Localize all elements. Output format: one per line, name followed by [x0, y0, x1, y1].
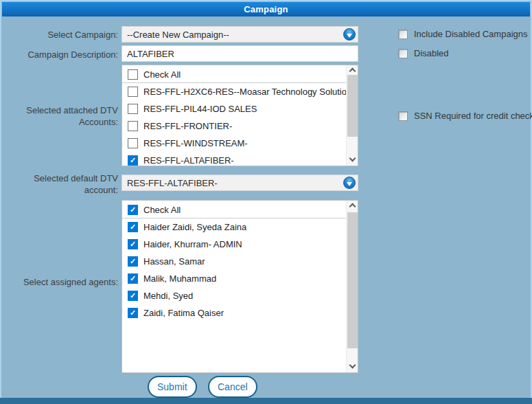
list-item-label: Hassan, Samar	[143, 256, 205, 267]
unchecked-checkbox[interactable]	[128, 104, 138, 114]
dtv-accounts-label: Selected attached DTV Accounts:	[1, 104, 118, 128]
assigned-agents-listbox[interactable]: ✓Check All✓Haider Zaidi, Syeda Zaina✓Hai…	[122, 200, 358, 373]
checked-checkbox[interactable]: ✓	[128, 291, 138, 301]
list-item[interactable]: Check All	[122, 66, 346, 83]
chevron-down-icon[interactable]	[343, 177, 356, 189]
include-disabled-campaigns-option[interactable]: Include Disabled Campaigns	[398, 29, 527, 39]
disabled-checkbox[interactable]	[398, 49, 408, 58]
list-item[interactable]: ✓Check All	[122, 201, 346, 218]
disabled-label: Disabled	[414, 48, 449, 58]
checked-checkbox[interactable]: ✓	[128, 308, 138, 318]
list-item[interactable]: RES-FFL-H2XC6-RES--Moasar Technology Sol…	[122, 83, 346, 100]
unchecked-checkbox[interactable]	[128, 69, 138, 80]
select-campaign-dropdown[interactable]: --Create New Campaign--	[122, 26, 358, 43]
campaign-description-label: Campaign Description:	[1, 49, 118, 60]
list-item-label: RES-FFL-FRONTIER-	[143, 121, 232, 131]
title-bar: Campaign	[2, 2, 530, 16]
list-item-label: RES-FFL-PIL44-IOD SALES	[143, 104, 257, 114]
select-campaign-value: --Create New Campaign--	[122, 30, 343, 40]
list-item[interactable]: ✓Haider, Khurram- ADMIN	[122, 236, 346, 253]
dtv-accounts-listbox[interactable]: Check AllRES-FFL-H2XC6-RES--Moasar Techn…	[122, 65, 358, 166]
list-item[interactable]: ✓Zaidi, Fatima Qaiser	[122, 304, 346, 322]
unchecked-checkbox[interactable]	[128, 138, 138, 148]
list-item-label: RES-FFL-WINDSTREAM-	[143, 138, 248, 148]
checked-checkbox[interactable]: ✓	[128, 222, 138, 232]
ssn-required-option[interactable]: SSN Required for credit check	[398, 111, 532, 121]
list-item-label: Malik, Muhammad	[143, 273, 216, 284]
unchecked-checkbox[interactable]	[128, 121, 138, 131]
scroll-down-icon[interactable]	[347, 155, 358, 166]
unchecked-checkbox[interactable]	[128, 87, 138, 97]
dialog-title: Campaign	[244, 4, 288, 14]
checked-checkbox[interactable]: ✓	[128, 239, 138, 249]
ssn-required-label: SSN Required for credit check	[414, 111, 532, 121]
scroll-down-icon[interactable]	[347, 362, 358, 372]
list-item[interactable]: RES-FFL-FRONTIER-	[122, 117, 346, 135]
list-item[interactable]: ✓RES-FFL-ALTAFIBER-	[122, 152, 346, 166]
cancel-button[interactable]: Cancel	[208, 376, 257, 398]
ssn-required-checkbox[interactable]	[398, 111, 408, 121]
scrollbar[interactable]	[346, 65, 358, 166]
scroll-up-icon[interactable]	[347, 65, 358, 76]
assigned-agents-label: Select assigned agents:	[1, 276, 118, 288]
submit-button[interactable]: Submit	[148, 376, 197, 398]
scrollbar[interactable]	[346, 201, 358, 372]
list-item-label: Haider Zaidi, Syeda Zaina	[143, 222, 246, 232]
default-dtv-account-value: RES-FFL-ALTAFIBER-	[122, 178, 343, 188]
checked-checkbox[interactable]: ✓	[128, 155, 138, 166]
checked-checkbox[interactable]: ✓	[128, 256, 138, 267]
chevron-down-icon[interactable]	[343, 28, 356, 41]
include-disabled-campaigns-checkbox[interactable]	[398, 30, 408, 39]
list-item-label: RES-FFL-ALTAFIBER-	[143, 155, 234, 166]
select-campaign-label: Select Campaign:	[1, 29, 118, 41]
list-item-label: RES-FFL-H2XC6-RES--Moasar Technology Sol…	[143, 87, 358, 97]
include-disabled-campaigns-label: Include Disabled Campaigns	[414, 29, 527, 39]
list-item-label: Check All	[143, 69, 181, 80]
checked-checkbox[interactable]: ✓	[128, 273, 138, 284]
scrollbar-thumb[interactable]	[347, 212, 358, 348]
list-item[interactable]: ✓Hassan, Samar	[122, 253, 346, 270]
list-item[interactable]: RES-FFL-WINDSTREAM-	[122, 135, 346, 152]
list-item[interactable]: RES-FFL-PIL44-IOD SALES	[122, 100, 346, 117]
campaign-description-input[interactable]	[122, 45, 358, 62]
list-item-label: Mehdi, Syed	[143, 291, 193, 301]
campaign-dialog: Campaign Select Campaign: --Create New C…	[0, 0, 532, 404]
list-item-label: Check All	[143, 205, 181, 215]
window-bottom-edge	[0, 398, 532, 404]
default-dtv-account-label: Selected default DTV account:	[1, 172, 118, 196]
checked-checkbox[interactable]: ✓	[128, 205, 138, 215]
list-item[interactable]: ✓Mehdi, Syed	[122, 287, 346, 304]
scroll-up-icon[interactable]	[347, 201, 358, 211]
list-item[interactable]: ✓Haider Zaidi, Syeda Zaina	[122, 218, 346, 236]
list-item-label: Zaidi, Fatima Qaiser	[143, 308, 224, 318]
list-item[interactable]: ✓Malik, Muhammad	[122, 270, 346, 287]
default-dtv-account-dropdown[interactable]: RES-FFL-ALTAFIBER-	[122, 175, 358, 191]
disabled-option[interactable]: Disabled	[398, 48, 449, 58]
list-item-label: Haider, Khurram- ADMIN	[143, 239, 242, 249]
scrollbar-thumb[interactable]	[347, 75, 358, 137]
